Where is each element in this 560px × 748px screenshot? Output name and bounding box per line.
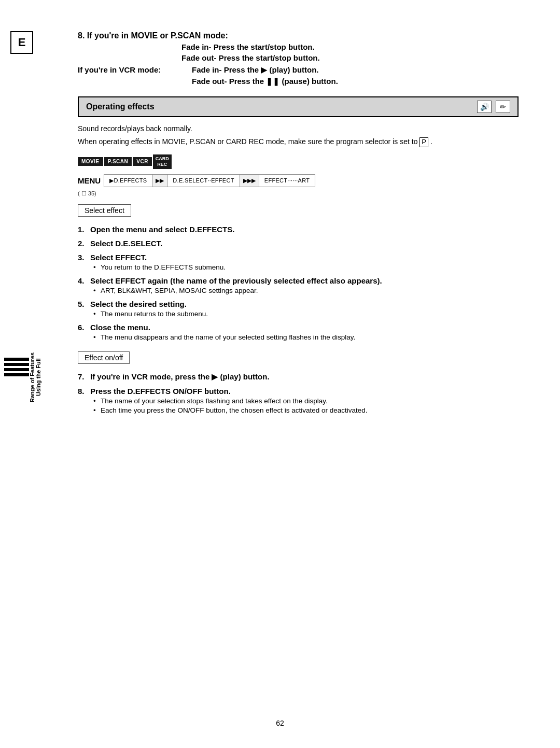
page-container: 8. If you're in MOVIE or P.SCAN mode: Fa… <box>0 0 560 748</box>
step-4-heading: 4. Select EFFECT again (the name of the … <box>78 276 519 285</box>
fade-in-text: Fade in- Press the start/stop button. <box>181 43 315 51</box>
step-5-heading: 5. Select the desired setting. <box>78 300 519 308</box>
step-4: 4. Select EFFECT again (the name of the … <box>78 276 519 294</box>
step-3-bullet-1: You return to the D.EFFECTS submenu. <box>93 263 519 271</box>
step-5-bullet-1: The menu returns to the submenu. <box>93 310 519 318</box>
step-8-bullet-2: Each time you press the ON/OFF button, t… <box>93 406 519 414</box>
step-3: 3. Select EFFECT. You return to the D.EF… <box>78 253 519 271</box>
steps-list: 1. Open the menu and select D.EFFECTS. 2… <box>78 225 519 341</box>
card-rec-button: CARDREC <box>153 154 172 169</box>
effect-onoff-box: Effect on/off <box>78 351 130 364</box>
step-8: 8. Press the D.EFFECTS ON/OFF button. Th… <box>78 387 519 414</box>
menu-step-1: ▶D.EFFECTS <box>104 175 152 187</box>
vcr-fade-in: Fade in- Press the ▶ (play) button. <box>192 65 319 75</box>
step-1-heading: 1. Open the menu and select D.EFFECTS. <box>78 225 519 234</box>
menu-row: MENU ▶D.EFFECTS ▶▶ D.E.SELECT··EFFECT ▶▶… <box>78 174 519 187</box>
menu-arrow-2: ▶▶▶ <box>240 175 259 187</box>
sound-icon: 🔊 <box>477 101 492 113</box>
step-6-heading: 6. Close the menu. <box>78 323 519 332</box>
menu-arrow-1: ▶▶ <box>152 175 167 187</box>
page-ref: ( ☐ 35) <box>78 190 519 197</box>
fade-out-text: Fade out- Press the start/stop button. <box>181 53 320 62</box>
step-8-heading: 8. Press the D.EFFECTS ON/OFF button. <box>78 387 519 396</box>
step-2: 2. Select D.E.SELECT. <box>78 239 519 248</box>
step-1: 1. Open the menu and select D.EFFECTS. <box>78 225 519 234</box>
select-effect-box: Select effect <box>78 204 131 217</box>
step-2-heading: 2. Select D.E.SELECT. <box>78 239 519 248</box>
step-6: 6. Close the menu. The menu disappears a… <box>78 323 519 341</box>
body-text-2: When operating effects in MOVIE, P.SCAN … <box>78 136 519 147</box>
menu-step-2: D.E.SELECT··EFFECT <box>167 175 240 187</box>
vcr-fade-out: Fade out- Press the ❚❚ (pause) button. <box>192 77 338 86</box>
step-7-heading: 7. If you're in VCR mode, press the ▶ (p… <box>78 372 519 382</box>
step-8-bullet-1: The name of your selection stops flashin… <box>93 397 519 405</box>
section-8-title: 8. If you're in MOVIE or P.SCAN mode: <box>78 31 519 40</box>
pscan-button: P.SCAN <box>104 157 132 166</box>
page-number: 62 <box>276 719 284 727</box>
edit-icon: ✏ <box>496 101 510 113</box>
vcr-mode-label: If you're in VCR mode: <box>78 65 192 74</box>
p-symbol: P <box>419 137 428 147</box>
step-4-bullet-1: ART, BLK&WHT, SEPIA, MOSAIC settings app… <box>93 287 519 294</box>
menu-steps-container: ▶D.EFFECTS ▶▶ D.E.SELECT··EFFECT ▶▶▶ EFF… <box>104 174 315 187</box>
main-content: 8. If you're in MOVIE or P.SCAN mode: Fa… <box>78 31 519 414</box>
section-8-header: 8. If you're in MOVIE or P.SCAN mode: Fa… <box>78 31 519 86</box>
step-6-bullet-1: The menu disappears and the name of your… <box>93 333 519 341</box>
step-7: 7. If you're in VCR mode, press the ▶ (p… <box>78 372 519 382</box>
operating-effects-box: Operating effects 🔊 ✏ <box>78 96 519 117</box>
fade-in-row: Fade in- Press the start/stop button. <box>181 43 519 51</box>
vcr-fade-out-row: Fade out- Press the ❚❚ (pause) button. <box>192 77 519 86</box>
op-effects-icons: 🔊 ✏ <box>477 101 510 113</box>
movie-button: MOVIE <box>78 157 103 166</box>
vcr-mode-row: If you're in VCR mode: Fade in- Press th… <box>78 65 519 75</box>
step-3-heading: 3. Select EFFECT. <box>78 253 519 262</box>
step-5: 5. Select the desired setting. The menu … <box>78 300 519 318</box>
menu-step-3: EFFECT······ART <box>259 175 315 187</box>
steps-list-2: 7. If you're in VCR mode, press the ▶ (p… <box>78 372 519 414</box>
vcr-button: VCR <box>133 157 152 166</box>
menu-label: MENU <box>78 176 101 185</box>
mode-buttons-row: MOVIE P.SCAN VCR CARDREC <box>78 154 519 169</box>
body-text-1: Sound records/plays back normally. <box>78 123 519 134</box>
fade-out-row: Fade out- Press the start/stop button. <box>181 53 519 62</box>
op-effects-title: Operating effects <box>86 102 155 111</box>
